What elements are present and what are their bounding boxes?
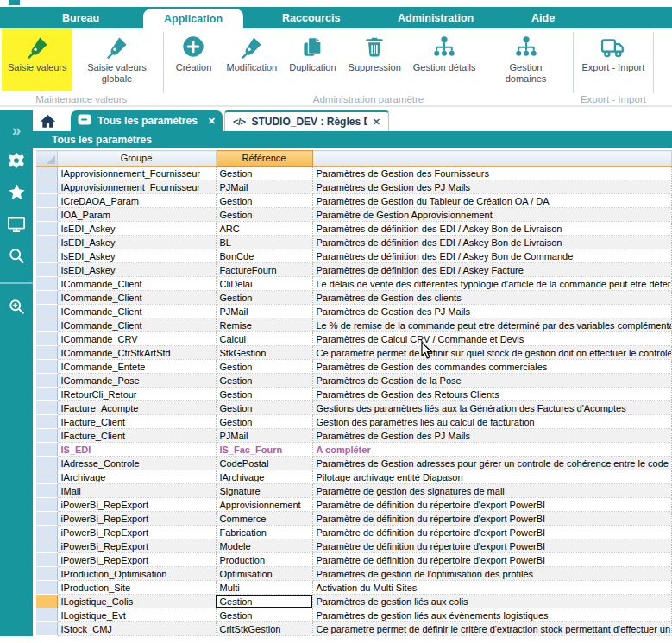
- ribbon-button-saisie-valeurs[interactable]: Saisie valeurs: [2, 28, 72, 91]
- sidebar-item-desktop[interactable]: [7, 217, 26, 235]
- sidebar-item-zoom-in[interactable]: [8, 299, 26, 318]
- cell-groupe[interactable]: ICommande_Pose: [57, 374, 216, 388]
- row-selector[interactable]: [36, 443, 57, 457]
- cell-reference[interactable]: Gestion: [216, 415, 312, 429]
- cell-reference[interactable]: Production: [216, 553, 312, 567]
- row-selector[interactable]: [36, 622, 57, 636]
- sidebar-item-search[interactable]: [8, 249, 26, 267]
- ribbon-button-modification[interactable]: Modification: [220, 28, 283, 91]
- cell-description[interactable]: Le délais de vente des différentes typol…: [312, 277, 672, 291]
- cell-description[interactable]: Paramètres de Gestion des PJ Mails: [312, 429, 672, 443]
- cell-description[interactable]: Paramètres de gestion liés aux colis: [312, 595, 672, 608]
- cell-reference[interactable]: Gestion: [216, 291, 312, 305]
- cell-reference[interactable]: IS_Fac_Fourn: [216, 443, 312, 457]
- cell-description[interactable]: Paramètres de gestion liés aux évènement…: [312, 608, 672, 622]
- cell-description[interactable]: Paramètres de gestion de l'optimisation …: [312, 567, 672, 581]
- cell-description[interactable]: Ce parametre permet de définir sur quel …: [312, 346, 672, 360]
- cell-description[interactable]: Paramètres de Gestion des clients: [312, 291, 672, 305]
- cell-groupe[interactable]: ICommande_Client: [57, 305, 216, 318]
- select-all-corner[interactable]: [36, 151, 57, 167]
- cell-reference[interactable]: PJMail: [216, 305, 312, 318]
- column-header-groupe[interactable]: Groupe: [57, 151, 216, 167]
- cell-groupe[interactable]: IFacture_Acompte: [57, 401, 216, 415]
- cell-description[interactable]: Paramètre de définition du répertoire d'…: [312, 526, 672, 539]
- cell-groupe[interactable]: ILogistique_Colis: [57, 595, 216, 608]
- cell-groupe[interactable]: iPowerBi_RepExport: [57, 526, 216, 539]
- cell-description[interactable]: Paramètres de Gestion adresses pour gére…: [312, 457, 672, 470]
- cell-groupe[interactable]: iPowerBi_RepExport: [57, 539, 216, 553]
- row-selector[interactable]: [36, 222, 57, 236]
- cell-groupe[interactable]: IProduction_Optimisation: [57, 567, 216, 581]
- cell-reference[interactable]: PJMail: [216, 180, 312, 194]
- cell-reference[interactable]: Signature: [216, 484, 312, 498]
- row-selector[interactable]: [36, 318, 57, 332]
- row-selector[interactable]: [36, 180, 57, 194]
- cell-reference[interactable]: Gestion: [216, 608, 312, 622]
- row-selector[interactable]: [36, 512, 57, 526]
- ribbon-button-gestion-d-tails[interactable]: Gestion détails: [407, 28, 482, 91]
- row-selector[interactable]: [36, 415, 57, 429]
- cell-reference[interactable]: Gestion: [216, 208, 312, 222]
- cell-reference[interactable]: CliDelai: [216, 277, 312, 291]
- cell-groupe[interactable]: iPowerBi_RepExport: [57, 512, 216, 526]
- close-icon[interactable]: ✕: [373, 117, 380, 128]
- cell-reference[interactable]: IArchivage: [216, 470, 312, 484]
- cell-reference[interactable]: Commerce: [216, 512, 312, 526]
- cell-description[interactable]: Paramètres de Gestion de la Pose: [312, 374, 672, 388]
- cell-groupe[interactable]: ICommande_Client: [57, 318, 216, 332]
- cell-groupe[interactable]: ICommande_Client: [57, 291, 216, 305]
- row-selector[interactable]: [36, 208, 57, 222]
- cell-groupe[interactable]: IProduction_Site: [57, 581, 216, 595]
- cell-groupe[interactable]: IsEDI_Askey: [57, 222, 216, 236]
- row-selector[interactable]: [36, 484, 57, 498]
- cell-groupe[interactable]: IApprovisionnement_Fournisseur: [57, 180, 216, 194]
- cell-groupe[interactable]: IApprovisionnement_Fournisseur: [57, 167, 216, 180]
- cell-groupe[interactable]: ILogistique_Evt: [57, 608, 216, 622]
- cell-groupe[interactable]: IFacture_Client: [57, 429, 216, 443]
- cell-reference[interactable]: Optimisation: [216, 567, 312, 581]
- cell-description[interactable]: Ce parametre permet de définir le critèr…: [312, 622, 672, 636]
- cell-description[interactable]: Pilotage archivage entité Diapason: [312, 470, 672, 484]
- cell-description[interactable]: Paramètre de définition du répertoire d'…: [312, 498, 672, 512]
- cell-reference[interactable]: Fabrication: [216, 526, 312, 539]
- sidebar-item-settings[interactable]: [7, 153, 26, 171]
- cell-description[interactable]: Paramètre de Gestion Approvisionnement: [312, 208, 672, 222]
- cell-description[interactable]: Paramètres de Gestion des PJ Mails: [312, 305, 672, 318]
- cell-groupe[interactable]: ICommande_CtrStkArtStd: [57, 346, 216, 360]
- row-selector[interactable]: [36, 608, 57, 622]
- cell-groupe[interactable]: ICommande_Client: [57, 277, 216, 291]
- cell-groupe[interactable]: IsEDI_Askey: [57, 263, 216, 277]
- cell-description[interactable]: Paramètre de définition du répertoire d'…: [312, 539, 672, 553]
- row-selector[interactable]: [36, 346, 57, 360]
- cell-reference[interactable]: BL: [216, 236, 312, 249]
- sidebar-item-favorites[interactable]: [8, 185, 26, 203]
- row-selector[interactable]: [36, 249, 57, 263]
- cell-reference[interactable]: Gestion: [216, 374, 312, 388]
- menu-tab-aide[interactable]: Aide: [531, 7, 555, 28]
- cell-groupe[interactable]: IOA_Param: [57, 208, 216, 222]
- row-selector[interactable]: [36, 388, 57, 401]
- cell-reference[interactable]: Gestion: [216, 401, 312, 415]
- cell-reference[interactable]: CodePostal: [216, 457, 312, 470]
- cell-groupe[interactable]: iPowerBi_RepExport: [57, 498, 216, 512]
- sidebar-item-expand-panel[interactable]: »: [12, 121, 22, 139]
- cell-groupe[interactable]: IAdresse_Controle: [57, 457, 216, 470]
- cell-groupe[interactable]: IStock_CMJ: [57, 622, 216, 636]
- cell-description[interactable]: Paramètres de définition des EDI / Askey…: [312, 236, 672, 249]
- cell-reference[interactable]: Multi: [216, 581, 312, 595]
- row-selector[interactable]: [36, 360, 57, 374]
- row-selector[interactable]: [36, 332, 57, 346]
- row-selector[interactable]: [36, 457, 57, 470]
- tab-tous-les-parametres[interactable]: Tous les paramètres ✕: [71, 110, 223, 131]
- cell-description[interactable]: Paramètre de définition du répertoire d'…: [312, 512, 672, 526]
- cell-description[interactable]: Gestion des paramètres liés au calcul de…: [312, 415, 672, 429]
- cell-description[interactable]: Paramètres de définition des EDI / Askey…: [312, 263, 672, 277]
- cell-reference[interactable]: BonCde: [216, 249, 312, 263]
- ribbon-button-gestion-domaines[interactable]: Gestion domaines: [482, 28, 570, 91]
- row-selector[interactable]: [36, 305, 57, 318]
- row-selector[interactable]: [36, 277, 57, 291]
- cell-reference[interactable]: Modele: [216, 539, 312, 553]
- menu-tab-administration[interactable]: Administration: [398, 7, 474, 28]
- cell-reference[interactable]: PJMail: [216, 429, 312, 443]
- cell-reference[interactable]: Approvisionnement: [216, 498, 312, 512]
